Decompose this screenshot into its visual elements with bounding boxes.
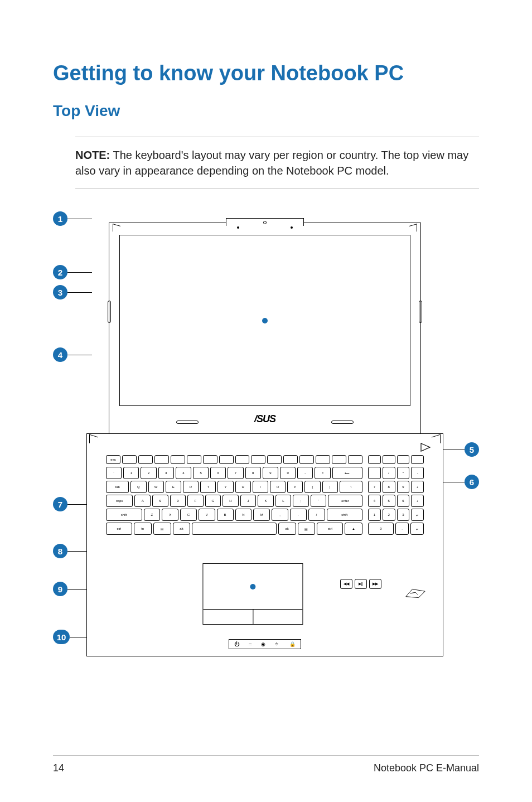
touchpad [202, 563, 303, 625]
callout-marker-7: 7 [53, 497, 67, 511]
note-box: NOTE: The keyboard's layout may vary per… [75, 137, 479, 189]
callout-marker-8: 8 [53, 544, 67, 558]
note-label: NOTE: [75, 149, 110, 161]
callout-marker-5: 5 [465, 442, 479, 457]
indicator-wifi-icon: ᯤ [275, 641, 280, 647]
callout-marker-4: 4 [53, 347, 67, 362]
webcam-notch [226, 218, 304, 226]
callout-target-4-icon [262, 318, 268, 323]
indicator-drive-icon: ◉ [261, 641, 265, 647]
page-number: 14 [53, 762, 64, 774]
laptop-base: esc `1234567890-=⟵ tabQWERTYUIOP[]\ caps… [86, 433, 443, 656]
brand-logo: /SUS [254, 413, 275, 425]
keyboard: esc `1234567890-=⟵ tabQWERTYUIOP[]\ caps… [106, 455, 424, 561]
rog-logo-icon [405, 587, 426, 600]
callout-marker-6: 6 [465, 475, 479, 489]
page-footer: 14 Notebook PC E-Manual [53, 755, 479, 774]
webcam-icon [263, 221, 267, 224]
indicator-battery-icon: ⎓ [249, 641, 252, 647]
subsection-title: Top View [53, 102, 479, 120]
callout-marker-10: 10 [53, 630, 70, 644]
microphone-right-icon [291, 226, 293, 229]
laptop-illustration: /SUS esc `1234567890-=⟵ [86, 223, 443, 656]
media-prev-icon: ◀◀ [340, 579, 352, 589]
laptop-lid: /SUS [109, 223, 421, 434]
indicator-lock-icon: 🔒 [289, 641, 296, 647]
microphone-left-icon [237, 226, 239, 229]
note-text: The keyboard's layout may vary per regio… [75, 149, 468, 177]
section-title: Getting to know your Notebook PC [53, 61, 479, 85]
callout-marker-2: 2 [53, 265, 67, 279]
media-keys: ◀◀ ▶|| ▶▶ [340, 579, 381, 589]
media-next-icon: ▶▶ [369, 579, 381, 589]
top-view-diagram: 1 2 3 4 7 8 9 10 5 6 /SUS [53, 211, 479, 652]
callout-marker-3: 3 [53, 285, 67, 299]
display-panel [119, 235, 410, 406]
callout-marker-1: 1 [53, 211, 67, 226]
document-title: Notebook PC E-Manual [374, 762, 479, 774]
media-play-icon: ▶|| [355, 579, 367, 589]
svg-marker-0 [421, 443, 430, 451]
status-indicators: ⏻ ⎓ ◉ ᯤ 🔒 [229, 639, 301, 649]
callout-target-9-icon [250, 584, 255, 590]
power-button-icon [420, 443, 431, 452]
indicator-power-icon: ⏻ [234, 641, 239, 647]
callout-marker-9: 9 [53, 582, 67, 596]
